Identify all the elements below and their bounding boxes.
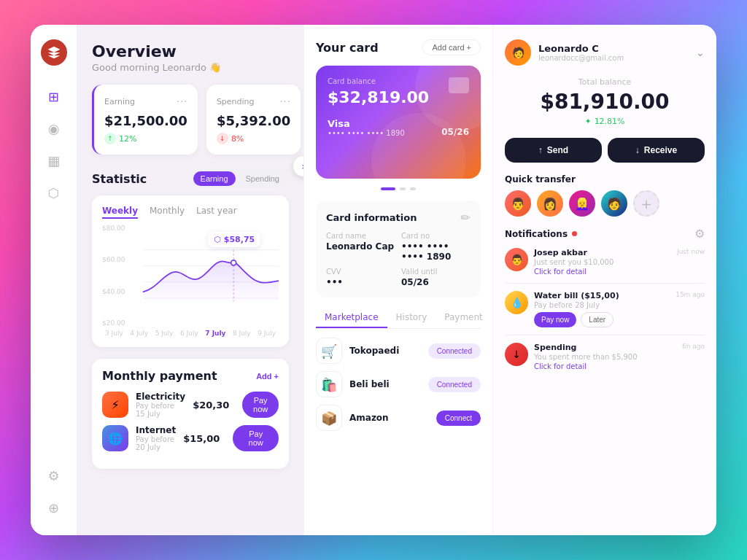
- card-number: •••• •••• •••• 1890: [328, 129, 405, 137]
- balance-change-value: 12.81%: [595, 117, 625, 126]
- spending-value: $5,392.00: [217, 113, 290, 128]
- tab-payment[interactable]: Payment: [436, 308, 492, 328]
- notif-3-link[interactable]: Click for detail: [534, 362, 676, 370]
- notif-3-name: Spending: [534, 343, 676, 352]
- merchant-tokopaedi: 🛒 Tokopaedi Connected: [316, 338, 481, 364]
- card-dot-3[interactable]: [410, 187, 416, 190]
- card-no-item: Card no •••• •••• •••• 1890: [401, 232, 471, 262]
- electricity-due: Pay before 15 July: [136, 402, 185, 418]
- chart-area: $80.00$60.00$40.00$20.00: [102, 225, 279, 327]
- card-info-grid: Card name Leonardo Cap Card no •••• ••••…: [326, 232, 471, 287]
- tab-earning[interactable]: Earning: [193, 171, 236, 186]
- right-panel: 🧑 Leonardo C leonardocc@gmail.com ⌄ Tota…: [493, 25, 716, 535]
- chart-container: Weekly Monthly Last year $80.00$60.00$40…: [92, 195, 289, 347]
- belibeli-status-button[interactable]: Connected: [428, 377, 481, 392]
- spending-trend-icon: ↓: [217, 133, 228, 144]
- tab-monthly[interactable]: Monthly: [150, 206, 185, 219]
- balance-trend-icon: ✦: [584, 117, 591, 126]
- quick-transfer-section: Quick transfer 👨 👩 👱‍♀️ 🧑 +: [505, 174, 705, 217]
- sidebar-item-settings[interactable]: ⚙: [41, 462, 67, 489]
- user-email: leonardocc@gmail.com: [538, 54, 624, 62]
- notif-2-pay-button[interactable]: Pay now: [534, 312, 576, 327]
- internet-info: Internet Pay before 20 July: [136, 425, 176, 451]
- card-expiry: 05/26: [441, 127, 469, 137]
- credit-card: Card balance $32,819.00 Visa •••• •••• •…: [316, 66, 481, 179]
- notif-2-avatar: 💧: [505, 291, 528, 314]
- transfer-contact-3[interactable]: 👱‍♀️: [569, 190, 595, 217]
- sidebar-item-add-user[interactable]: ⊕: [41, 494, 67, 521]
- notifications-header: Notifications ⚙: [505, 227, 705, 241]
- electricity-amount: $20,30: [193, 400, 229, 411]
- sidebar-item-analytics[interactable]: ◉: [41, 115, 67, 141]
- internet-icon: 🌐: [102, 425, 128, 451]
- card-info-header: Card information ✏️: [326, 211, 471, 225]
- action-buttons: ↑ Send ↓ Receive: [505, 138, 705, 163]
- card-valid-label: Valid until: [401, 268, 471, 276]
- main-content: Overview Good morning Leonardo 👋 Earning…: [77, 25, 716, 535]
- sidebar-item-grid[interactable]: ⊞: [41, 83, 67, 109]
- card-brand: Visa: [328, 118, 405, 129]
- card-name-item: Card name Leonardo Cap: [326, 232, 395, 262]
- user-dropdown-button[interactable]: ⌄: [696, 47, 705, 58]
- transfer-contact-2[interactable]: 👩: [537, 190, 563, 217]
- notifications-settings-button[interactable]: ⚙: [694, 227, 705, 241]
- tab-marketplace[interactable]: Marketplace: [316, 308, 387, 328]
- tab-spending[interactable]: Spending: [239, 171, 287, 186]
- tokopaedi-status-button[interactable]: Connected: [428, 343, 481, 359]
- card-bottom: Visa •••• •••• •••• 1890 05/26: [328, 118, 469, 137]
- card-valid-item: Valid until 05/26: [401, 268, 471, 287]
- electricity-pay-button[interactable]: Pay now: [242, 392, 279, 418]
- notif-1-name: Josep akbar: [534, 248, 671, 257]
- tab-weekly[interactable]: Weekly: [102, 206, 138, 219]
- amazon-connect-button[interactable]: Connect: [436, 411, 481, 426]
- earning-change: 12%: [119, 134, 136, 144]
- middle-panel: Your card Add card + Card balance $32,81…: [303, 25, 493, 535]
- sidebar: ⊞ ◉ ▦ ⬡ ⚙ ⊕: [31, 25, 77, 535]
- notif-3-content: Spending You spent more than $5,900 Clic…: [534, 343, 676, 370]
- chart-tooltip: $58,75: [208, 232, 260, 247]
- scroll-right-button[interactable]: ›: [293, 156, 303, 176]
- chart-y-labels: $80.00$60.00$40.00$20.00: [102, 225, 125, 327]
- spending-label: Spending: [217, 97, 255, 106]
- card-dot-1[interactable]: [381, 187, 395, 190]
- sidebar-item-cards[interactable]: ▦: [41, 147, 67, 174]
- card-chip: [449, 77, 469, 93]
- statistic-tab-group: Earning Spending: [191, 169, 289, 188]
- notif-1-link[interactable]: Click for detail: [534, 268, 671, 276]
- spending-menu[interactable]: ···: [279, 95, 290, 109]
- merchant-amazon: 📦 Amazon Connect: [316, 405, 481, 431]
- card-cvv-label: CVV: [326, 268, 395, 276]
- notif-1-desc: Just sent you $10,000: [534, 258, 671, 266]
- stat-cards-row: Earning ··· $21,500.00 ↑ 12% Spending ··…: [92, 85, 289, 155]
- card-dot-2[interactable]: [400, 187, 406, 190]
- left-panel: Overview Good morning Leonardo 👋 Earning…: [77, 25, 303, 535]
- svg-point-5: [231, 260, 236, 265]
- card-balance-value: $32,819.00: [328, 88, 469, 106]
- card-balance-label: Card balance: [328, 77, 469, 85]
- internet-name: Internet: [136, 425, 176, 435]
- internet-pay-button[interactable]: Pay now: [233, 425, 279, 451]
- send-button[interactable]: ↑ Send: [505, 138, 602, 163]
- payment-electricity: ⚡ Electricity Pay before 15 July $20,30 …: [102, 392, 279, 418]
- statistic-header: Statistic Earning Spending: [92, 169, 289, 188]
- card-info-edit-icon[interactable]: ✏️: [461, 211, 471, 225]
- earning-menu[interactable]: ···: [177, 95, 187, 109]
- card-no-label: Card no: [401, 232, 471, 240]
- transfer-contact-1[interactable]: 👨: [505, 190, 531, 217]
- transfer-contact-4[interactable]: 🧑: [601, 190, 627, 217]
- tab-last-year[interactable]: Last year: [196, 206, 237, 219]
- notif-1-avatar: 👨: [505, 248, 528, 271]
- receive-label: Receive: [644, 145, 677, 155]
- electricity-name: Electricity: [136, 392, 185, 402]
- time-tabs: Weekly Monthly Last year: [102, 206, 279, 219]
- merchant-belibeli: 🛍️ Beli beli Connected: [316, 371, 481, 397]
- notif-2-later-button[interactable]: Later: [581, 312, 614, 327]
- tab-history[interactable]: History: [387, 308, 436, 328]
- sidebar-item-transfer[interactable]: ⬡: [41, 179, 67, 206]
- receive-button[interactable]: ↓ Receive: [608, 138, 705, 163]
- transfer-add-contact[interactable]: +: [633, 190, 659, 217]
- add-card-button[interactable]: Add card +: [422, 39, 481, 55]
- add-payment-button[interactable]: Add +: [256, 372, 279, 381]
- page-subtitle: Good morning Leonardo 👋: [92, 62, 289, 73]
- user-name: Leonardo C: [538, 43, 624, 54]
